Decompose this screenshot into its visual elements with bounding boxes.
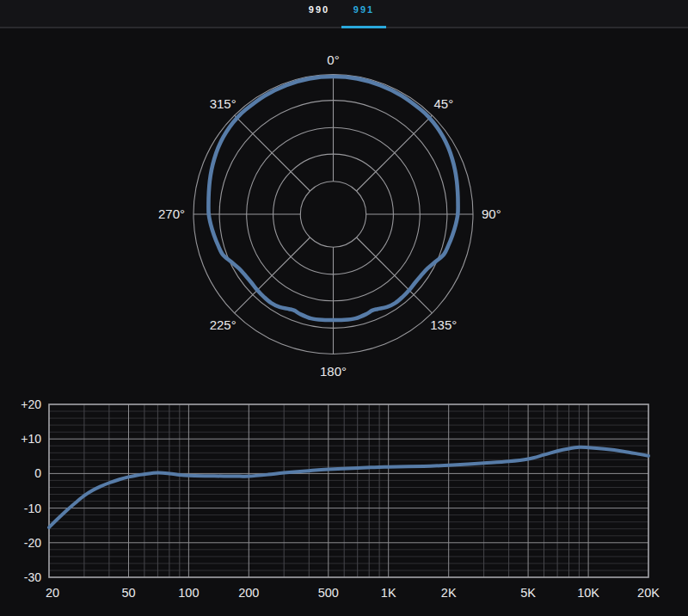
y-tick-label: +20	[21, 397, 41, 411]
polar-pattern-chart: 0°45°90°135°180°225°270°315°	[0, 28, 688, 390]
polar-spoke	[235, 115, 310, 191]
polar-angle-label: 90°	[482, 206, 501, 221]
grid-minor-vertical	[84, 404, 580, 577]
y-tick-label: -20	[24, 536, 41, 550]
polar-angle-label: 0°	[327, 52, 339, 67]
polar-angle-label: 315°	[210, 96, 236, 111]
polar-ring	[300, 182, 366, 247]
polar-spokes	[194, 75, 473, 354]
x-tick-label: 100	[178, 586, 199, 600]
polar-spoke	[357, 115, 433, 191]
x-tick-label: 1K	[381, 586, 396, 600]
y-tick-label: -30	[24, 570, 41, 584]
y-tick-label: +10	[21, 432, 41, 446]
x-axis-labels: 20501002005001K2K5K10K20K	[46, 586, 660, 600]
tab-label: 990	[309, 4, 329, 27]
x-tick-label: 20K	[637, 586, 660, 600]
tab-990[interactable]: 990	[297, 0, 341, 27]
polar-angle-label: 45°	[433, 96, 453, 111]
polar-angle-label: 270°	[158, 206, 185, 221]
frequency-response-chart: +20+100-10-20-3020501002005001K2K5K10K20…	[0, 390, 688, 616]
x-tick-label: 2K	[441, 586, 457, 600]
tab-label: 991	[353, 4, 374, 27]
grid-major	[49, 404, 648, 577]
x-tick-label: 200	[238, 586, 259, 600]
polar-angle-label: 135°	[430, 317, 457, 332]
tab-991[interactable]: 991	[341, 0, 386, 27]
microphone-spec-screen: 990991 0°45°90°135°180°225°270°315° +20+…	[0, 0, 688, 616]
x-tick-label: 50	[121, 586, 135, 600]
y-axis-labels: +20+100-10-20-30	[21, 397, 41, 584]
x-tick-label: 10K	[577, 586, 599, 600]
x-tick-label: 20	[46, 586, 59, 600]
x-tick-label: 5K	[520, 586, 536, 600]
grid-minor-horizontal	[49, 411, 648, 570]
x-tick-label: 500	[318, 586, 339, 600]
y-tick-label: 0	[34, 466, 41, 480]
polar-angle-label: 225°	[210, 317, 236, 332]
y-tick-label: -10	[24, 502, 41, 515]
plot-border	[49, 404, 648, 577]
tabs: 990991	[297, 0, 386, 27]
polar-angle-label: 180°	[320, 364, 347, 379]
tab-bar: 990991	[0, 0, 688, 28]
